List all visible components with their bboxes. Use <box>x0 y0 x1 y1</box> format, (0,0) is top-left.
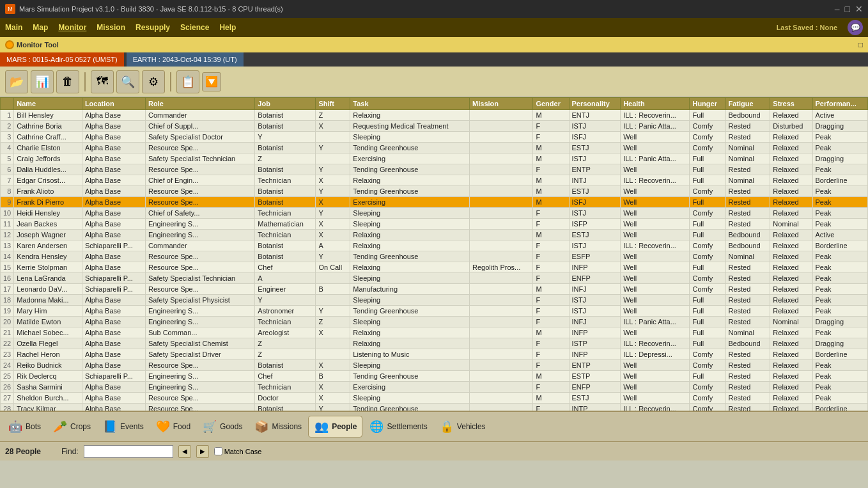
close-button[interactable]: ✕ <box>855 4 863 14</box>
table-cell: Safety Specialist Driver <box>146 349 255 360</box>
minimize-button[interactable]: – <box>835 4 840 14</box>
table-row[interactable]: 8Frank AliotoAlpha BaseResource Spe...Bo… <box>1 186 868 197</box>
table-cell: Well <box>621 230 690 240</box>
col-job[interactable]: Job <box>255 98 316 110</box>
tab-events[interactable]: 📘Events <box>97 416 149 437</box>
col-shift[interactable]: Shift <box>316 98 350 110</box>
table-row[interactable]: 6Dalia Huddles...Alpha BaseResource Spe.… <box>1 164 868 175</box>
table-row[interactable]: 24Reiko BudnickAlpha BaseResource Spe...… <box>1 360 868 371</box>
table-row[interactable]: 27Sheldon Burch...Alpha BaseResource Spe… <box>1 393 868 404</box>
table-row[interactable]: 28Tracy KilmarAlpha BaseResource Spe...B… <box>1 404 868 411</box>
table-cell: Areologist <box>255 327 316 338</box>
table-cell: F <box>533 306 569 317</box>
table-row[interactable]: 25Rik DeclercqSchiaparelli P...Engineeri… <box>1 371 868 382</box>
tab-people[interactable]: 👥People <box>308 416 362 437</box>
table-row[interactable]: 1Bill HensleyAlpha BaseCommanderBotanist… <box>1 110 868 121</box>
table-cell: F <box>533 295 569 306</box>
col-personality[interactable]: Personality <box>569 98 621 110</box>
table-row[interactable]: 13Karen AndersenSchiaparelli P...Command… <box>1 240 868 251</box>
col-task[interactable]: Task <box>350 98 470 110</box>
tab-crops[interactable]: 🥕Crops <box>47 416 96 437</box>
table-cell: Comfy <box>690 382 725 393</box>
maximize-button[interactable]: □ <box>845 4 850 14</box>
tab-bots[interactable]: 🤖Bots <box>3 416 46 437</box>
settings-button[interactable]: ⚙ <box>142 70 165 93</box>
menu-help[interactable]: Help <box>219 23 236 32</box>
table-row[interactable]: 3Cathrine Craff...Alpha BaseSafety Speci… <box>1 132 868 143</box>
table-row[interactable]: 12Joseph WagnerAlpha BaseEngineering S..… <box>1 230 868 240</box>
table-cell: Sleeping <box>350 273 470 284</box>
table-button[interactable]: 📋 <box>176 70 199 93</box>
table-row[interactable]: 11Jean BackesAlpha BaseEngineering S...M… <box>1 219 868 230</box>
table-row[interactable]: 26Sasha SarminiAlpha BaseEngineering S..… <box>1 382 868 393</box>
table-row[interactable]: 22Ozella FlegelAlpha BaseSafety Speciali… <box>1 338 868 349</box>
table-row[interactable]: 5Craig JeffordsAlpha BaseSafety Speciali… <box>1 153 868 164</box>
col-location[interactable]: Location <box>82 98 145 110</box>
table-cell <box>470 175 533 186</box>
table-row[interactable]: 4Charlie ElstonAlpha BaseResource Spe...… <box>1 143 868 153</box>
table-cell: Exercising <box>350 153 470 164</box>
menu-resupply[interactable]: Resupply <box>136 23 170 32</box>
find-input[interactable] <box>84 445 173 458</box>
table-cell: Active <box>812 230 867 240</box>
table-cell: Alpha Base <box>82 349 145 360</box>
chat-icon[interactable]: 💬 <box>848 20 863 35</box>
tab-settlements[interactable]: 🌐Settlements <box>364 416 432 437</box>
map-button[interactable]: 🗺 <box>91 70 114 93</box>
table-cell: Technician <box>255 382 316 393</box>
table-row[interactable]: 2Cathrine BoriaAlpha BaseChief of Suppl.… <box>1 121 868 132</box>
tab-food[interactable]: 🧡Food <box>150 416 196 437</box>
table-row[interactable]: 15Kerrie StolpmanAlpha BaseResource Spe.… <box>1 262 868 273</box>
match-case-label[interactable]: Match Case <box>214 447 262 455</box>
menu-monitor[interactable]: Monitor <box>58 23 86 32</box>
filter-button[interactable]: 🔽 <box>202 72 221 91</box>
search-button[interactable]: 🔍 <box>116 70 139 93</box>
table-row[interactable]: 18Madonna Maki...Alpha BaseSafety Specia… <box>1 295 868 306</box>
find-prev-button[interactable]: ◀ <box>178 445 191 458</box>
table-cell: Cathrine Craff... <box>14 132 82 143</box>
col-num[interactable] <box>1 98 14 110</box>
table-cell: Relaxing <box>350 240 470 251</box>
menu-science[interactable]: Science <box>180 23 209 32</box>
table-row[interactable]: 9Frank Di PierroAlpha BaseResource Spe..… <box>1 197 868 208</box>
chart-button[interactable]: 📊 <box>31 70 54 93</box>
col-stress[interactable]: Stress <box>770 98 812 110</box>
tab-goods[interactable]: 🛒Goods <box>197 416 247 437</box>
match-case-checkbox[interactable] <box>214 447 222 455</box>
col-fatigue[interactable]: Fatigue <box>725 98 770 110</box>
last-saved: Last Saved : None <box>777 24 837 31</box>
col-mission[interactable]: Mission <box>470 98 533 110</box>
delete-button[interactable]: 🗑 <box>56 70 79 93</box>
maximize-monitor-button[interactable]: □ <box>858 40 863 49</box>
menu-main[interactable]: Main <box>5 23 22 32</box>
table-cell: Sleeping <box>350 219 470 230</box>
table-row[interactable]: 10Heidi HensleyAlpha BaseChief of Safety… <box>1 208 868 219</box>
menu-map[interactable]: Map <box>33 23 48 32</box>
find-next-button[interactable]: ▶ <box>196 445 209 458</box>
col-role[interactable]: Role <box>146 98 255 110</box>
table-row[interactable]: 23Rachel HeronAlpha BaseSafety Specialis… <box>1 349 868 360</box>
table-row[interactable]: 19Mary HimAlpha BaseEngineering S...Astr… <box>1 306 868 317</box>
col-hunger[interactable]: Hunger <box>690 98 725 110</box>
tab-vehicles[interactable]: 🔒Vehicles <box>434 416 491 437</box>
table-row[interactable]: 20Matilde EwtonAlpha BaseEngineering S..… <box>1 317 868 327</box>
col-health[interactable]: Health <box>621 98 690 110</box>
table-cell: Relaxed <box>770 327 812 338</box>
row-num: 26 <box>1 382 14 393</box>
table-cell: Y <box>316 306 350 317</box>
table-cell: ISTJ <box>569 306 621 317</box>
col-name[interactable]: Name <box>14 98 82 110</box>
table-row[interactable]: 21Michael Sobec...Alpha BaseSub Comman..… <box>1 327 868 338</box>
table-row[interactable]: 16Lena LaGrandaSchiaparelli P...Safety S… <box>1 273 868 284</box>
table-cell: Dragging <box>812 121 867 132</box>
tab-missions[interactable]: 📦Missions <box>249 416 307 437</box>
table-row[interactable]: 14Kendra HensleyAlpha BaseResource Spe..… <box>1 251 868 262</box>
table-row[interactable]: 17Leonardo DaV...Schiaparelli P...Resour… <box>1 284 868 295</box>
table-cell: Alpha Base <box>82 338 145 349</box>
menu-mission[interactable]: Mission <box>97 23 125 32</box>
table-row[interactable]: 7Edgar Crisost...Alpha BaseChief of Engi… <box>1 175 868 186</box>
col-gender[interactable]: Gender <box>533 98 569 110</box>
table-cell: Y <box>316 164 350 175</box>
open-button[interactable]: 📂 <box>5 70 28 93</box>
col-performance[interactable]: Performan... <box>812 98 867 110</box>
